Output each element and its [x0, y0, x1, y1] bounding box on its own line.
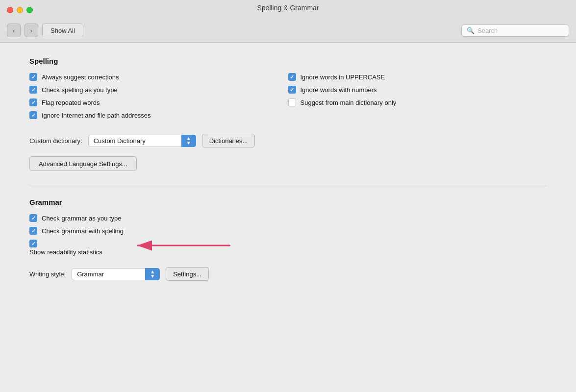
checkbox-row-readability: ✓ Show readability statistics	[29, 240, 102, 256]
checkbox-ignore-uppercase[interactable]: ✓	[288, 73, 296, 81]
advanced-language-settings-button[interactable]: Advanced Language Settings...	[29, 156, 137, 171]
check-icon: ✓	[31, 216, 36, 221]
back-button[interactable]: ‹	[7, 24, 21, 37]
checkbox-readability-label: Show readability statistics	[29, 248, 102, 256]
checkbox-always-suggest-label: Always suggest corrections	[42, 74, 119, 81]
toolbar: ‹ › Show All 🔍	[0, 20, 576, 42]
checkbox-ignore-internet-label: Ignore Internet and file path addresses	[42, 112, 151, 119]
writing-style-label: Writing style:	[29, 270, 66, 278]
close-button[interactable]	[7, 7, 13, 13]
dictionaries-button[interactable]: Dictionaries...	[202, 134, 255, 147]
search-box: 🔍	[461, 24, 569, 37]
custom-dict-select-wrapper: Custom Dictionary ▲ ▼	[88, 135, 196, 147]
spelling-checkboxes-left: ✓ Always suggest corrections ✓ Check spe…	[29, 73, 288, 124]
checkbox-check-spelling-label: Check spelling as you type	[42, 86, 118, 94]
checkbox-ignore-numbers-label: Ignore words with numbers	[301, 86, 377, 94]
custom-dict-row: Custom dictionary: Custom Dictionary ▲ ▼…	[29, 134, 547, 147]
checkbox-ignore-uppercase-label: Ignore words in UPPERCASE	[301, 74, 385, 81]
window-title: Spelling & Grammar	[257, 4, 319, 12]
checkbox-always-suggest[interactable]: ✓	[29, 73, 37, 81]
writing-style-select[interactable]: Grammar	[72, 268, 160, 280]
checkbox-row-check-spelling: ✓ Check spelling as you type	[29, 86, 288, 94]
search-icon: 🔍	[467, 27, 475, 34]
grammar-checkboxes: ✓ Check grammar as you type ✓ Check gram…	[29, 214, 547, 261]
section-divider	[29, 185, 547, 185]
checkbox-check-spelling[interactable]: ✓	[29, 86, 37, 94]
checkbox-row-flag-repeated: ✓ Flag repeated words	[29, 98, 288, 106]
custom-dict-label: Custom dictionary:	[29, 137, 82, 145]
spelling-checkboxes-grid: ✓ Always suggest corrections ✓ Check spe…	[29, 73, 547, 124]
traffic-lights	[7, 7, 33, 13]
writing-style-select-wrapper: Grammar ▲ ▼	[72, 268, 160, 280]
arrow-annotation	[127, 236, 235, 257]
checkbox-grammar-spelling-label: Check grammar with spelling	[42, 227, 124, 235]
spelling-checkboxes-right: ✓ Ignore words in UPPERCASE ✓ Ignore wor…	[288, 73, 547, 124]
checkbox-row-check-grammar: ✓ Check grammar as you type	[29, 214, 547, 222]
check-icon: ✓	[31, 100, 36, 105]
check-icon: ✓	[290, 74, 294, 80]
show-all-button[interactable]: Show All	[42, 24, 83, 37]
check-icon: ✓	[31, 113, 36, 118]
check-icon: ✓	[31, 241, 36, 246]
toolbar-divider	[0, 42, 576, 43]
checkbox-readability[interactable]: ✓	[29, 240, 37, 247]
zoom-button[interactable]	[26, 7, 33, 13]
checkbox-ignore-numbers[interactable]: ✓	[288, 86, 296, 94]
checkbox-row-ignore-numbers: ✓ Ignore words with numbers	[288, 86, 547, 94]
title-bar: Spelling & Grammar ‹ › Show All 🔍	[0, 0, 576, 43]
check-icon: ✓	[31, 87, 36, 93]
forward-button[interactable]: ›	[25, 24, 38, 37]
checkbox-row-always-suggest: ✓ Always suggest corrections	[29, 73, 288, 81]
check-icon: ✓	[290, 87, 294, 93]
minimize-button[interactable]	[17, 7, 23, 13]
checkbox-suggest-main-label: Suggest from main dictionary only	[301, 99, 397, 106]
checkbox-grammar-spelling[interactable]: ✓	[29, 227, 37, 235]
search-input[interactable]	[477, 27, 564, 34]
checkbox-row-ignore-uppercase: ✓ Ignore words in UPPERCASE	[288, 73, 547, 81]
check-icon: ✓	[31, 74, 36, 80]
grammar-section-title: Grammar	[29, 198, 547, 206]
checkbox-ignore-internet[interactable]: ✓	[29, 111, 37, 119]
checkbox-check-grammar-label: Check grammar as you type	[42, 215, 122, 222]
custom-dict-select[interactable]: Custom Dictionary	[88, 135, 196, 147]
checkbox-suggest-main[interactable]	[288, 98, 296, 106]
settings-button[interactable]: Settings...	[166, 267, 209, 281]
main-content: Spelling ✓ Always suggest corrections ✓ …	[0, 43, 576, 392]
checkbox-row-suggest-main: Suggest from main dictionary only	[288, 98, 547, 106]
writing-style-row: Writing style: Grammar ▲ ▼ Settings...	[29, 267, 547, 281]
checkbox-check-grammar[interactable]: ✓	[29, 214, 37, 222]
checkbox-row-grammar-spelling: ✓ Check grammar with spelling	[29, 227, 547, 235]
spelling-section-title: Spelling	[29, 57, 547, 65]
check-icon: ✓	[31, 228, 36, 234]
checkbox-flag-repeated[interactable]: ✓	[29, 98, 37, 106]
checkbox-row-ignore-internet: ✓ Ignore Internet and file path addresse…	[29, 111, 288, 119]
checkbox-flag-repeated-label: Flag repeated words	[42, 99, 100, 106]
